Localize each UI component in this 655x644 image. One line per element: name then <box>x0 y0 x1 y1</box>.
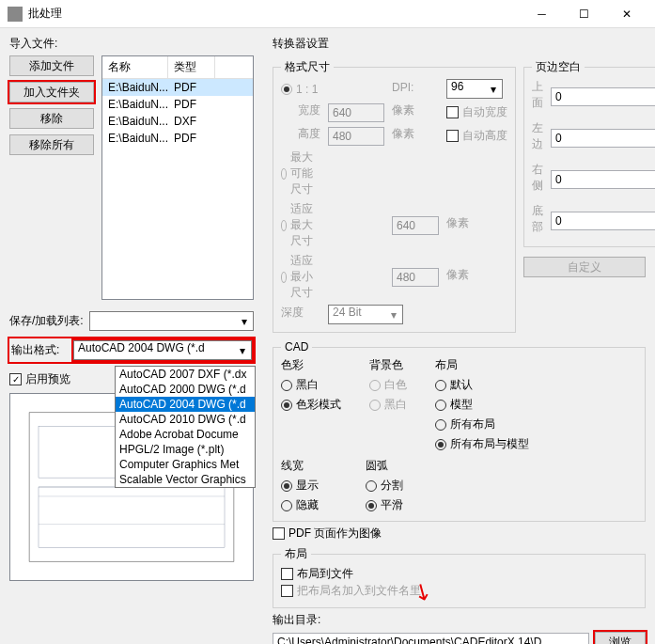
arc-split-radio[interactable]: 分割 <box>366 478 403 494</box>
table-row[interactable]: E:\BaiduN...DXF <box>102 113 253 130</box>
margin-right-input[interactable] <box>551 170 655 189</box>
table-row[interactable]: E:\BaiduN...PDF <box>102 130 253 147</box>
cad-group: CAD 色彩 黑白 色彩模式 背景色 白色 黑白 布局 默认 模型 所有布局 <box>273 340 646 522</box>
dropdown-item[interactable]: Computer Graphics Met <box>116 457 255 472</box>
col-name[interactable]: 名称 <box>102 56 168 78</box>
auto-width-checkbox[interactable]: 自动宽度 <box>446 104 507 120</box>
table-row[interactable]: E:\BaiduN...PDF <box>102 79 253 96</box>
save-load-list-combo[interactable]: ▾ <box>89 311 254 331</box>
remove-all-button[interactable]: 移除所有 <box>9 134 94 155</box>
arc-smooth-radio[interactable]: 平滑 <box>366 497 403 513</box>
dpi-combo[interactable]: 96▾ <box>446 79 503 99</box>
chevron-down-icon: ▾ <box>237 314 251 328</box>
remove-button[interactable]: 移除 <box>9 108 94 129</box>
output-dir-input[interactable] <box>273 633 589 644</box>
lw-show-radio[interactable]: 显示 <box>281 478 319 494</box>
file-list-header: 名称 类型 <box>102 56 253 79</box>
dropdown-item[interactable]: Adobe Acrobat Docume <box>116 427 255 442</box>
layout-to-file-checkbox[interactable]: 布局到文件 <box>281 566 353 582</box>
format-size-group: 格式尺寸 1 : 1 DPI: 96▾ 宽度 像素 自动宽度 高度 像素 自动高… <box>273 59 516 333</box>
layout-all-model-radio[interactable]: 所有布局与模型 <box>435 436 529 452</box>
fit-max-radio[interactable]: 适应最大尺寸 <box>281 201 320 249</box>
dropdown-item[interactable]: AutoCAD 2004 DWG (*.d <box>116 397 255 412</box>
margins-group: 页边空白 上面 左边 右侧 底部 <box>523 59 655 247</box>
minimize-button[interactable]: ─ <box>521 0 563 28</box>
import-label: 导入文件: <box>9 36 254 52</box>
auto-height-checkbox[interactable]: 自动高度 <box>446 128 507 144</box>
dropdown-item[interactable]: AutoCAD 2010 DWG (*.d <box>116 412 255 427</box>
fit-min-radio[interactable]: 适应最小尺寸 <box>281 253 320 301</box>
maximize-button[interactable]: ☐ <box>563 0 605 28</box>
max-possible-radio[interactable]: 最大可能尺寸 <box>281 149 320 197</box>
chevron-down-icon: ▾ <box>235 343 249 357</box>
add-folder-button[interactable]: 加入文件夹 <box>9 82 94 102</box>
output-format-label: 输出格式: <box>11 342 68 358</box>
height-input[interactable] <box>328 127 384 146</box>
table-row[interactable]: E:\BaiduN...PDF <box>102 96 253 113</box>
pdf-as-image-checkbox[interactable]: PDF 页面作为图像 <box>273 526 382 542</box>
file-list[interactable]: 名称 类型 E:\BaiduN...PDF E:\BaiduN...PDF E:… <box>101 55 254 300</box>
dropdown-item[interactable]: Scalable Vector Graphics <box>116 472 255 487</box>
margin-top-input[interactable] <box>551 87 655 106</box>
lw-hide-radio[interactable]: 隐藏 <box>281 497 319 513</box>
layout-output-group: 布局 布局到文件 把布局名加入到文件名里 <box>273 546 646 608</box>
layout-all-radio[interactable]: 所有布局 <box>435 416 529 432</box>
layout-default-radio[interactable]: 默认 <box>435 377 529 393</box>
ratio-1-1-radio[interactable]: 1 : 1 <box>281 83 320 96</box>
output-format-combo[interactable]: AutoCAD 2004 DWG (*.d ▾ <box>73 340 252 360</box>
colormode-radio[interactable]: 色彩模式 <box>281 397 341 413</box>
converter-title: 转换器设置 <box>273 36 646 52</box>
dropdown-item[interactable]: AutoCAD 2000 DWG (*.d <box>116 382 255 397</box>
close-button[interactable]: ✕ <box>605 0 647 28</box>
width-input[interactable] <box>328 103 384 122</box>
output-dir-label: 输出目录: <box>273 612 320 628</box>
custom-button[interactable]: 自定义 <box>523 257 646 277</box>
format-dropdown[interactable]: AutoCAD 2007 DXF (*.dx AutoCAD 2000 DWG … <box>115 366 256 488</box>
titlebar: 批处理 ─ ☐ ✕ <box>0 0 655 28</box>
fit-min-input[interactable] <box>392 268 439 287</box>
svg-rect-2 <box>39 487 225 547</box>
fit-max-input[interactable] <box>392 216 439 235</box>
margin-left-input[interactable] <box>551 129 655 148</box>
col-type[interactable]: 类型 <box>168 56 215 78</box>
bw-radio[interactable]: 黑白 <box>281 377 341 393</box>
enable-preview-checkbox[interactable]: ✓启用预览 <box>9 371 70 387</box>
add-file-button[interactable]: 添加文件 <box>9 55 94 76</box>
bw-bg-radio[interactable]: 黑白 <box>369 397 407 413</box>
app-icon <box>8 7 23 22</box>
dropdown-item[interactable]: HPGL/2 Image (*.plt) <box>116 442 255 457</box>
white-radio[interactable]: 白色 <box>369 377 407 393</box>
dropdown-item[interactable]: AutoCAD 2007 DXF (*.dx <box>116 367 255 382</box>
add-layout-name-checkbox[interactable]: 把布局名加入到文件名里 <box>281 583 421 599</box>
layout-model-radio[interactable]: 模型 <box>435 397 529 413</box>
depth-combo[interactable]: 24 Bit▾ <box>328 305 403 324</box>
save-load-list-label: 保存/加载列表: <box>9 313 84 329</box>
browse-button[interactable]: 浏览 <box>595 632 646 644</box>
margin-bottom-input[interactable] <box>551 212 655 230</box>
window-title: 批处理 <box>28 6 521 22</box>
